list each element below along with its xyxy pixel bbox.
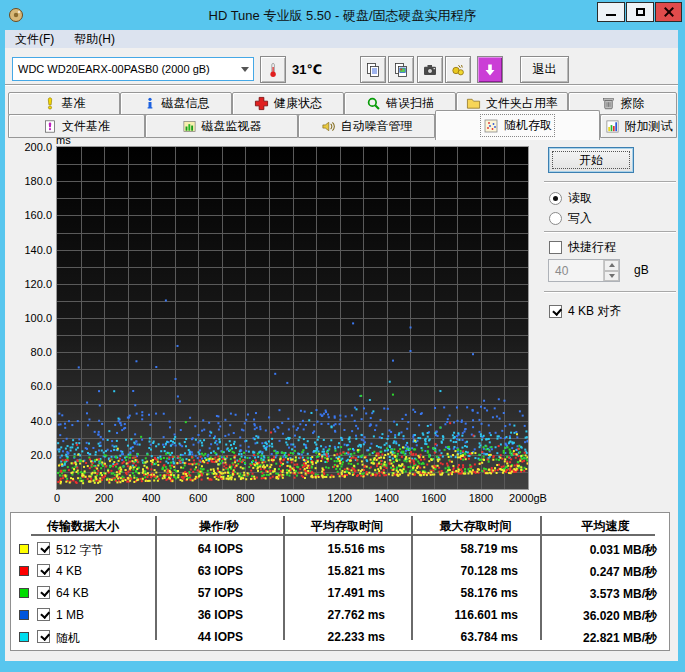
y-axis-label: 180.0: [10, 175, 52, 187]
tab-extra-tests[interactable]: 附加测试: [600, 114, 677, 138]
read-label: 读取: [568, 190, 592, 207]
series-checkbox-random[interactable]: [37, 630, 50, 643]
minimize-button[interactable]: [597, 2, 625, 22]
x-axis-label: 1200: [327, 492, 351, 504]
short-stroke-value: 40: [549, 260, 603, 281]
table-row-random: 随机 44 IOPS 22.233 ms 63.784 ms 22.821 MB…: [11, 627, 671, 649]
y-axis-label: 140.0: [10, 244, 52, 256]
avg-access-value: 17.491 ms: [283, 586, 411, 600]
copy-text-button[interactable]: [360, 56, 386, 83]
series-checkbox-64kb[interactable]: [37, 586, 50, 599]
temperature-value: 31℃: [292, 62, 322, 77]
x-axis-label: 1600: [422, 492, 446, 504]
series-checkbox-1mb[interactable]: [37, 608, 50, 621]
tab-label: 随机存取: [504, 117, 552, 134]
short-stroke-spinner[interactable]: 40: [548, 259, 620, 282]
avg-access-value: 27.762 ms: [283, 608, 411, 622]
iops-value: 36 IOPS: [155, 608, 283, 622]
spinner-up-button[interactable]: [604, 260, 619, 271]
tab-aam[interactable]: 自动噪音管理: [298, 114, 435, 138]
update-button[interactable]: [477, 56, 503, 83]
avg-speed-value: 3.573 MB/秒: [540, 586, 671, 603]
magnifier-icon: [366, 96, 381, 111]
screenshot-button[interactable]: [417, 56, 443, 83]
y-axis-label: 120.0: [10, 278, 52, 290]
col-header-iops: 操作/秒: [155, 518, 283, 535]
tab-label: 擦除: [621, 95, 645, 112]
file-benchmark-icon: [43, 119, 57, 134]
window-title: HD Tune 专业版 5.50 - 硬盘/固态硬盘实用程序: [0, 7, 685, 25]
tab-label: 自动噪音管理: [341, 118, 413, 135]
drive-select-combobox[interactable]: WDC WD20EARX-00PASB0 (2000 gB): [12, 57, 254, 81]
short-stroke-row: 快捷行程: [549, 239, 616, 256]
align-row: 4 KB 对齐: [549, 303, 621, 320]
tab-label: 基准: [62, 95, 86, 112]
close-button[interactable]: [655, 2, 682, 22]
chevron-down-icon[interactable]: [237, 58, 253, 80]
write-radio[interactable]: [549, 212, 562, 225]
start-button[interactable]: 开始: [548, 147, 634, 173]
table-row-512b: 512 字节 64 IOPS 15.516 ms 58.719 ms 0.031…: [11, 539, 671, 561]
copy-image-button[interactable]: [388, 56, 414, 83]
series-checkbox-4kb[interactable]: [37, 564, 50, 577]
avg-access-value: 15.516 ms: [283, 542, 411, 556]
avg-access-value: 22.233 ms: [283, 630, 411, 644]
write-label: 写入: [568, 210, 592, 227]
tab-disk-monitor[interactable]: 磁盘监视器: [145, 114, 298, 138]
exit-label: 退出: [533, 61, 557, 78]
avg-speed-value: 22.821 MB/秒: [540, 630, 671, 647]
col-header-avg-access: 平均存取时间: [283, 518, 411, 535]
close-icon: [663, 6, 675, 18]
tab-file-benchmark[interactable]: 文件基准: [8, 114, 145, 138]
tab-health[interactable]: 健康状态: [232, 92, 344, 115]
series-checkbox-512b[interactable]: [37, 542, 50, 555]
x-axis-label: 200: [95, 492, 113, 504]
series-label: 512 字节: [56, 542, 103, 559]
short-stroke-checkbox[interactable]: [549, 241, 562, 254]
maximize-icon: [636, 8, 645, 16]
exclamation-icon: [43, 96, 57, 111]
x-axis-label: 2000gB: [509, 492, 547, 504]
copy-text-icon: [365, 62, 381, 78]
y-axis-label: 100.0: [10, 312, 52, 324]
y-axis-label: 20.0: [10, 449, 52, 461]
exit-button[interactable]: 退出: [520, 56, 569, 83]
scatter-dots-icon: [483, 118, 499, 134]
max-access-value: 63.784 ms: [411, 630, 540, 644]
tab-random-access[interactable]: 随机存取: [435, 110, 600, 140]
info-icon: [143, 96, 157, 111]
y-axis-label: 80.0: [10, 346, 52, 358]
align-4kb-label: 4 KB 对齐: [568, 303, 621, 320]
y-axis-label: 60.0: [10, 380, 52, 392]
health-cross-icon: [254, 96, 269, 111]
table-row-4kb: 4 KB 63 IOPS 15.821 ms 70.128 ms 0.247 M…: [11, 561, 671, 583]
table-row-64kb: 64 KB 57 IOPS 17.491 ms 58.176 ms 3.573 …: [11, 583, 671, 605]
max-access-value: 58.719 ms: [411, 542, 540, 556]
trash-icon: [601, 96, 616, 111]
spinner-down-button[interactable]: [604, 271, 619, 282]
header-underline: [31, 534, 655, 536]
maximize-button[interactable]: [626, 2, 654, 22]
menu-file[interactable]: 文件(F): [5, 31, 64, 48]
x-axis-label: 800: [236, 492, 254, 504]
drive-select-value: WDC WD20EARX-00PASB0 (2000 gB): [13, 63, 237, 75]
series-color-swatch: [19, 632, 29, 642]
x-axis-label: 400: [142, 492, 160, 504]
folder-icon: [466, 96, 481, 111]
tab-label: 磁盘信息: [162, 95, 210, 112]
thermometer-icon: [265, 62, 281, 78]
window-border-left: [0, 30, 5, 661]
tab-label: 错误扫描: [386, 95, 434, 112]
tab-benchmark[interactable]: 基准: [8, 92, 120, 115]
y-axis-label: 200.0: [10, 141, 52, 153]
menu-help[interactable]: 帮助(H): [64, 31, 125, 48]
series-color-swatch: [19, 588, 29, 598]
separator: [544, 231, 676, 233]
read-radio[interactable]: [549, 192, 562, 205]
menu-bar: 文件(F) 帮助(H): [5, 30, 678, 48]
temperature-button[interactable]: [260, 56, 286, 83]
table-row-1mb: 1 MB 36 IOPS 27.762 ms 116.601 ms 36.020…: [11, 605, 671, 627]
align-4kb-checkbox[interactable]: [549, 305, 562, 318]
export-button[interactable]: [445, 56, 471, 83]
tab-disk-info[interactable]: 磁盘信息: [120, 92, 232, 115]
